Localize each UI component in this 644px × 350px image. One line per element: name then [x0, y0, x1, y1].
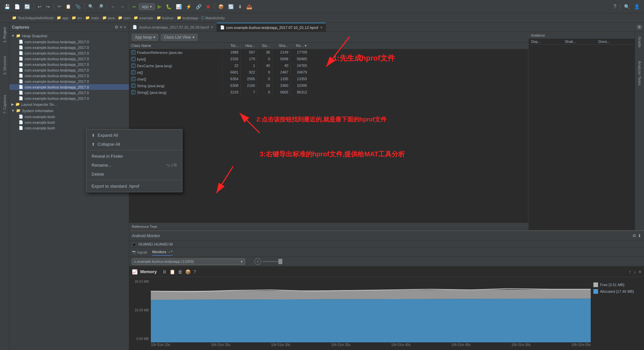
sidebar-tab-captures[interactable]: 7: Captures — [1, 91, 8, 117]
undo-icon[interactable]: ↩ — [36, 3, 43, 10]
search-icon[interactable]: 🔍 — [622, 3, 631, 10]
heap-item-8[interactable]: 📄 com.example.liushuo.testjniapp_2017.0 — [9, 79, 129, 84]
memory-arrow-up[interactable]: ↑ — [629, 269, 631, 274]
app-heap-dropdown[interactable]: App heap ▾ — [132, 34, 158, 41]
th-hea[interactable]: Hea... — [241, 43, 257, 49]
heap-item-5[interactable]: 📄 com.example.liushuo.testjniapp_2017.0 — [9, 62, 129, 67]
memory-dump-icon[interactable]: 📋 — [169, 269, 175, 274]
memory-alloc-icon[interactable]: 📦 — [185, 269, 191, 274]
heap-item-4[interactable]: 📄 com.example.liushuo.testjniapp_2017.0 — [9, 56, 129, 62]
coverage-icon[interactable]: 📊 — [174, 3, 183, 10]
memory-close[interactable]: × — [639, 269, 641, 274]
breadcrumb-item-com[interactable]: com — [124, 16, 131, 20]
heap-row-2[interactable]: C byte[] 2326 179 0 5698 56985 — [129, 56, 528, 63]
dump-icon[interactable]: 📤 — [245, 3, 254, 10]
class-list-dropdown[interactable]: Class List View ▾ — [161, 34, 197, 41]
stop-icon[interactable]: ⏹ — [204, 3, 212, 10]
breadcrumb-item-project[interactable]: TestJniAppHelloWorld — [18, 16, 53, 20]
sidebar-tab-project[interactable]: 1: Project — [1, 24, 8, 46]
nav-back-icon[interactable]: ← — [109, 3, 117, 10]
ctx-reveal-in-finder[interactable]: Reveal in Finder — [86, 152, 182, 161]
ctx-collapse-all[interactable]: ⬆ Collapse All — [86, 140, 182, 149]
sys-item-2[interactable]: 📄 com.example.liush — [9, 119, 129, 125]
new-icon[interactable]: 📄 — [13, 3, 22, 10]
ctx-expand-all[interactable]: ⬇ Expand All — [86, 131, 182, 140]
tab-2[interactable]: 📄 com.example.liushuo.testjniapp_2017.07… — [217, 23, 326, 32]
heap-item-9[interactable]: 📄 com.example.liushuo.testjniapp_2017.0 — [9, 84, 129, 90]
zoom-out-icon[interactable]: 🔎 — [96, 3, 105, 10]
memory-arrow-down[interactable]: ↓ — [634, 269, 636, 274]
zoom-in-icon[interactable]: 🔍 — [87, 3, 95, 10]
right-tab-analyzer[interactable]: Analyzer Tasks — [636, 58, 643, 89]
nav-forward-icon[interactable]: → — [118, 3, 126, 10]
capture-heap-icon[interactable]: 📦 — [216, 3, 225, 10]
heap-item-10[interactable]: 📄 com.example.liushuo.testjniapp_2017.0 — [9, 90, 129, 95]
am-download-icon[interactable]: ⬇ — [638, 233, 641, 238]
th-re[interactable]: Re... ▾ — [291, 43, 309, 49]
am-tab-logcat[interactable]: 📷 logcat — [132, 249, 147, 256]
tab-1-close[interactable]: × — [211, 25, 213, 30]
app-run-button[interactable]: app ▾ — [139, 3, 155, 10]
heap-item-2[interactable]: 📄 com.example.liushuo.testjniapp_2017.0 — [9, 45, 129, 50]
sidebar-tab-structure[interactable]: 2: Structure — [1, 53, 8, 78]
attach-icon[interactable]: 🔗 — [194, 3, 203, 10]
heap-row-4[interactable]: C int[] 6601 922 0 2467 24679 — [129, 69, 528, 76]
breadcrumb-item-mainactivity[interactable]: MainActivity — [205, 16, 225, 20]
jump-back-icon[interactable]: ⬅ — [131, 3, 138, 10]
redo-icon[interactable]: ↪ — [44, 3, 52, 10]
am-tab-monitors[interactable]: Monitors →* — [152, 249, 172, 256]
help-icon[interactable]: ? — [612, 3, 618, 11]
reload-icon[interactable]: 🔃 — [226, 3, 235, 10]
copy-icon[interactable]: 📋 — [64, 3, 73, 10]
heap-row-7[interactable]: C String[] (java.lang) 3133 7 0 9605 963… — [129, 89, 528, 96]
right-tab-gradle[interactable]: Gradle — [636, 33, 643, 51]
breadcrumb-item-testjniapp[interactable]: testjniapp — [182, 16, 198, 20]
th-classname[interactable]: Class Name — [129, 43, 222, 49]
layout-inspector-header[interactable]: ▶ 📁 Layout Inspector Sn... — [9, 101, 129, 107]
breadcrumb-item-java[interactable]: java — [108, 16, 115, 20]
breadcrumb-item-src[interactable]: src — [77, 16, 82, 20]
system-info-header[interactable]: ▼ 📁 System Information — [9, 107, 129, 114]
ctx-export-hprof[interactable]: Export to standard .hprof — [86, 182, 182, 191]
heap-row-1[interactable]: C FinalizerReference (java.lan 1888 597 … — [129, 49, 528, 56]
heap-item-6[interactable]: 📄 com.example.liushuo.testjniapp_2017.0 — [9, 67, 129, 73]
captures-close-icon[interactable]: × — [124, 25, 126, 30]
export-icon[interactable]: ⬇ — [236, 3, 244, 10]
th-tot[interactable]: Tot... — [222, 43, 241, 49]
tab-2-close[interactable]: × — [320, 25, 322, 30]
run-icon[interactable]: ▶ — [156, 2, 163, 11]
memory-pause-icon[interactable]: ⏸ — [162, 269, 167, 274]
account-icon[interactable]: 👤 — [632, 3, 641, 10]
heap-item-7[interactable]: 📄 com.example.liushuo.testjniapp_2017.0 — [9, 73, 129, 79]
heap-row-5[interactable]: C char[] 6354 2505 0 1335 13355 — [129, 76, 528, 83]
memory-gc-icon[interactable]: 🗑 — [178, 269, 182, 274]
save-icon[interactable]: 💾 — [3, 3, 12, 10]
breadcrumb-item-example[interactable]: example — [139, 16, 153, 20]
heap-snapshot-header[interactable]: ▼ 📁 Heap Snapshot — [9, 33, 129, 39]
ctx-delete[interactable]: Delete — [86, 170, 182, 179]
am-gear-icon[interactable]: ⚙ — [632, 233, 636, 238]
heap-row-3[interactable]: C DexCache (java.lang) 22 1 40 40 24765 — [129, 63, 528, 69]
heap-item-3[interactable]: 📄 com.example.liushuo.testjniapp_2017.0 — [9, 50, 129, 56]
refresh-icon[interactable]: 🔄 — [23, 3, 32, 10]
slider-control[interactable]: × — [254, 258, 282, 265]
ctx-rename[interactable]: Rename... ⌥⇧R — [86, 161, 182, 170]
breadcrumb-item-app[interactable]: app — [62, 16, 68, 20]
cut-icon[interactable]: ✂ — [56, 3, 63, 10]
process-dropdown[interactable]: c.example.liushuo.testjniapp (13259) ▾ — [132, 259, 245, 265]
profile-icon[interactable]: ⚡ — [184, 3, 193, 10]
debug-icon[interactable]: 🐛 — [164, 3, 173, 10]
th-sha[interactable]: Sha... — [272, 43, 291, 49]
heap-item-11[interactable]: 📄 com.example.liushuo.testjniapp_2017.0 — [9, 95, 129, 101]
breadcrumb-item-liushuo[interactable]: liushuo — [162, 16, 174, 20]
captures-layout-icon[interactable]: ≡ — [120, 25, 123, 30]
memory-help-icon[interactable]: ? — [193, 269, 196, 274]
tab-1[interactable]: 📄 .liushuo.testjniapp_2017.07.10_00.39.h… — [129, 23, 217, 32]
th-siz[interactable]: Siz... — [257, 43, 272, 49]
sys-item-1[interactable]: 📄 com.example.liush — [9, 114, 129, 119]
heap-item-1[interactable]: 📄 com.example.liushuo.testjniapp_2017.0 — [9, 39, 129, 45]
heap-row-6[interactable]: C String (java.lang) 6308 2100 16 3360 1… — [129, 83, 528, 89]
paste-icon[interactable]: 📎 — [74, 3, 82, 10]
breadcrumb-item-main[interactable]: main — [91, 16, 99, 20]
captures-gear-icon[interactable]: ⚙ — [115, 25, 119, 30]
